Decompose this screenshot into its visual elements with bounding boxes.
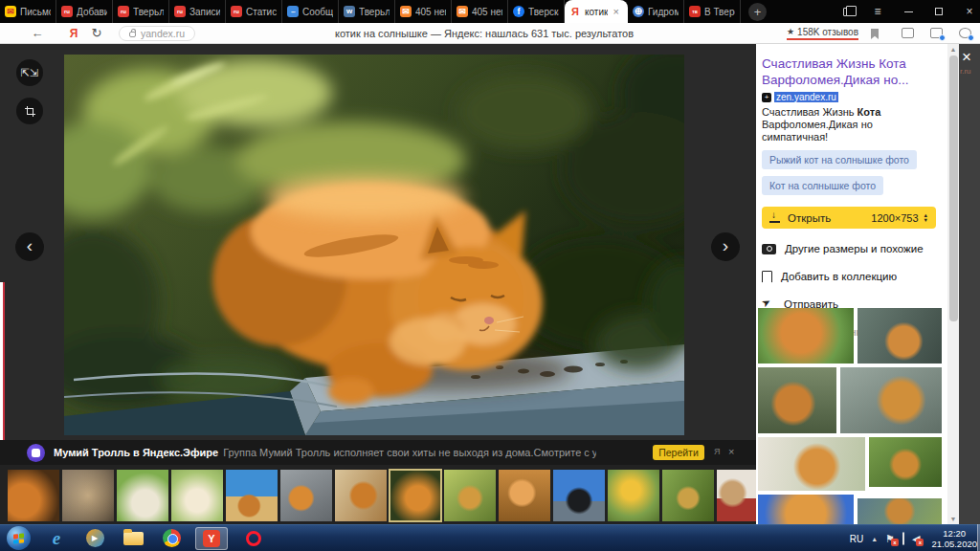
tag-chip-ryzhiy-kot[interactable]: Рыжий кот на солнышке фото: [762, 150, 917, 169]
tag-chip-kot[interactable]: Кот на солнышке фото: [762, 176, 883, 195]
thumbnail-filmstrip: [0, 465, 756, 524]
notification-badge: [939, 34, 946, 41]
tab-close-icon[interactable]: ×: [612, 6, 618, 17]
thumbnail-cat-3[interactable]: [117, 470, 168, 521]
tab-label: Сообще: [302, 7, 333, 17]
close-window-icon[interactable]: ×: [963, 5, 976, 18]
thumbnail-cat-13[interactable]: [662, 470, 714, 521]
previous-image-button[interactable]: ‹: [15, 232, 44, 261]
chat-extension-icon[interactable]: [902, 28, 914, 38]
tab-405-2[interactable]: 405 непр: [452, 0, 508, 23]
tab-405-1[interactable]: 405 непр: [395, 0, 452, 23]
downloads-icon[interactable]: [959, 28, 971, 38]
open-image-button[interactable]: Открыть 1200×753 ▲▼: [762, 207, 936, 229]
scrollbar-thumb[interactable]: [949, 55, 958, 321]
mail-icon: [5, 6, 16, 17]
tab-tverla-2[interactable]: Тверьла: [339, 0, 395, 23]
main-image-cat-sleeping-on-railing[interactable]: [64, 55, 684, 435]
thumbnail-cat-6[interactable]: [280, 470, 332, 521]
vk-icon: [344, 6, 355, 17]
url-field[interactable]: yandex.ru: [119, 26, 195, 41]
result-description: Счастливая Жизнь Кота Варфоломея.Дикая н…: [762, 106, 942, 143]
thumbnail-cat-10[interactable]: [499, 470, 550, 521]
panel-scrollbar[interactable]: ▲ ▼: [947, 44, 959, 524]
start-button[interactable]: [7, 526, 31, 550]
tab-label: котик: [585, 7, 608, 17]
promo-go-button[interactable]: Перейти: [653, 445, 704, 460]
tray-expand-icon[interactable]: ▲: [871, 536, 878, 542]
tab-gidromet[interactable]: Гидроме: [628, 0, 684, 23]
network-icon[interactable]: [902, 534, 904, 544]
opera-icon[interactable]: [241, 527, 266, 550]
taskbar-clock[interactable]: 12:20 21.05.2020: [931, 528, 977, 549]
related-image-4[interactable]: [840, 367, 942, 433]
related-image-3[interactable]: [758, 367, 836, 433]
related-image-7[interactable]: [758, 495, 854, 524]
close-viewer-icon[interactable]: ×: [962, 48, 971, 67]
thumbnail-cat-14[interactable]: [717, 470, 756, 521]
tab-v-tverskoy[interactable]: В Тверск: [684, 0, 741, 23]
thumbnail-cat-9[interactable]: [444, 470, 496, 521]
thumbnail-cat-1[interactable]: [8, 470, 59, 521]
related-image-2[interactable]: [858, 308, 942, 364]
yandex-browser-taskbar-button-active[interactable]: Y: [195, 527, 228, 550]
media-player-icon[interactable]: ▶: [82, 527, 107, 550]
thumbnail-cat-5[interactable]: [226, 470, 278, 521]
stepper-down-icon[interactable]: ▼: [924, 218, 928, 223]
tab-pismo[interactable]: Письмо: [0, 0, 56, 23]
related-image-6[interactable]: [869, 437, 942, 487]
scroll-down-icon[interactable]: ▼: [947, 514, 959, 524]
tab-zapisi[interactable]: Записи: [169, 0, 226, 23]
wallet-extension-icon[interactable]: [930, 28, 943, 38]
tab-dobavit[interactable]: Добавит: [56, 0, 113, 23]
minimize-icon[interactable]: [902, 5, 915, 18]
related-image-5[interactable]: [758, 437, 865, 491]
yandex-home-icon[interactable]: Я: [61, 27, 86, 40]
action-similar-sizes[interactable]: Другие размеры и похожие: [762, 241, 947, 256]
action-label: Другие размеры и похожие: [785, 243, 924, 254]
background-page-text: r.ru: [960, 67, 971, 76]
next-image-button[interactable]: ›: [711, 232, 740, 261]
result-title-link[interactable]: Счастливая Жизнь Кота Варфоломея.Дикая н…: [762, 55, 940, 88]
reviews-badge[interactable]: ★ 158K отзывов: [787, 27, 858, 40]
related-image-8[interactable]: [858, 498, 942, 524]
thumbnail-cat-2[interactable]: [62, 470, 114, 521]
restore-icon[interactable]: [932, 5, 946, 18]
internet-explorer-icon[interactable]: e: [44, 527, 69, 550]
window-controls: ≡ ×: [840, 0, 976, 23]
browser-menu-icon[interactable]: ≡: [871, 5, 884, 18]
promo-close-icon[interactable]: ×: [728, 446, 734, 457]
bookmark-icon[interactable]: [871, 29, 879, 39]
thumbnail-cat-4[interactable]: [171, 470, 223, 521]
tab-tverskaya[interactable]: Тверска: [508, 0, 565, 23]
crop-icon[interactable]: [16, 98, 43, 124]
language-indicator[interactable]: RU: [850, 534, 863, 544]
back-icon[interactable]: ←: [27, 26, 48, 40]
thumbnail-cat-11[interactable]: [553, 470, 605, 521]
thumbnail-cat-7[interactable]: [335, 470, 387, 521]
thumbnail-cat-12[interactable]: [608, 470, 659, 521]
tab-label: 405 непр: [472, 7, 502, 17]
thumbnail-cat-8-selected[interactable]: [390, 470, 441, 521]
refresh-icon[interactable]: ↻: [86, 26, 107, 40]
scroll-up-icon[interactable]: ▲: [947, 44, 959, 55]
tab-panels-icon[interactable]: [840, 5, 854, 18]
fullscreen-icon[interactable]: ⇱⇲: [16, 59, 43, 86]
tab-statistika[interactable]: Статисти: [226, 0, 282, 23]
promo-banner: Мумий Тролль в Яндекс.Эфире Группа Мумий…: [0, 440, 756, 465]
file-explorer-icon[interactable]: [121, 527, 145, 550]
new-tab-button[interactable]: +: [748, 3, 767, 21]
tab-kotik-active[interactable]: котик×: [565, 0, 628, 23]
action-add-to-collection[interactable]: Добавить в коллекцию: [762, 269, 947, 284]
chrome-icon[interactable]: [159, 527, 184, 550]
description-bold: Кота: [858, 106, 881, 118]
tab-soobshcheniya[interactable]: Сообще: [282, 0, 339, 23]
reviews-count: 158K отзывов: [797, 27, 858, 37]
resolution-stepper[interactable]: ▲▼: [924, 213, 928, 222]
volume-muted-icon[interactable]: ◀x: [912, 534, 920, 544]
resolution-value: 1200×753: [871, 212, 918, 224]
related-image-1[interactable]: [758, 308, 854, 364]
tab-tverla-1[interactable]: Тверьла: [113, 0, 169, 23]
source-link[interactable]: zen.yandex.ru: [774, 92, 838, 102]
action-center-flag-icon[interactable]: ⚑x: [885, 534, 895, 544]
